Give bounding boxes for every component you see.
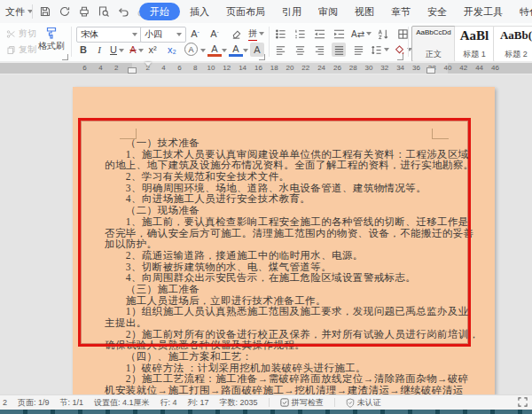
ruler-number: 8 bbox=[189, 64, 201, 73]
doc-line: 2）施工工艺流程：施工准备→需破碎路面放线定位→清除路面杂物→破碎 bbox=[105, 373, 477, 385]
file-menu-label: 文件 bbox=[5, 5, 25, 19]
left-indent-marker[interactable] bbox=[128, 67, 137, 74]
pinyin-guide-button[interactable]: 拼 bbox=[248, 27, 264, 41]
style-normal[interactable]: AaBbCcDd 正文 bbox=[411, 26, 456, 62]
status-item: 字数: 2035 bbox=[220, 397, 258, 409]
undo-icon[interactable] bbox=[115, 4, 131, 20]
increase-indent-button[interactable] bbox=[332, 27, 346, 41]
scissors-icon bbox=[6, 29, 16, 39]
bold-glyph: B bbox=[80, 44, 87, 55]
doc-line: 机安装就位→施工打围→路面破碎施工→挖机清理→建渣清运→继续破碎清运 bbox=[105, 385, 477, 394]
ruler-number: 16 bbox=[252, 64, 264, 73]
bold-button[interactable]: B bbox=[76, 43, 90, 57]
tab-page-layout[interactable]: 页面布局 bbox=[219, 3, 272, 20]
shrink-font-glyph: A bbox=[210, 28, 216, 39]
distribute-button[interactable] bbox=[351, 43, 365, 57]
right-indent-marker[interactable] bbox=[426, 67, 435, 74]
superscript-glyph: x² bbox=[148, 44, 156, 55]
tab-view[interactable]: 视图 bbox=[348, 3, 381, 20]
tab-section[interactable]: 章节 bbox=[384, 3, 418, 20]
ribbon-tab-bar: 文件 bbox=[0, 0, 532, 24]
font-family-select[interactable]: 宋体 bbox=[76, 27, 142, 43]
sort-button[interactable] bbox=[376, 27, 390, 41]
font-dialog-launcher-icon[interactable] bbox=[259, 54, 265, 60]
grow-font-button[interactable]: Aˆ bbox=[188, 27, 202, 41]
clipboard-dialog-launcher-icon[interactable] bbox=[62, 54, 68, 60]
tab-references[interactable]: 引用 bbox=[275, 3, 309, 20]
document-page[interactable]: （一）技术准备 1、施工技术人员要认真审阅建设单单位供的工程有关资料：工程涉及区… bbox=[73, 87, 495, 394]
tab-strip: 开始插入页面布局引用审阅视图章节安全开发工具特色应用 bbox=[139, 2, 532, 21]
style-label: 标题 2 bbox=[505, 49, 528, 60]
save-icon[interactable] bbox=[37, 4, 53, 20]
status-bar: 2 页面: 1/9节: 1/1设置值: 4.1厘米行: 4列: 17字数: 20… bbox=[0, 394, 532, 410]
format-painter-button[interactable]: 格式刷 bbox=[34, 26, 69, 52]
status-item: 行: 4 bbox=[160, 397, 177, 409]
superscript-button[interactable]: x² bbox=[145, 43, 160, 57]
align-left-button[interactable] bbox=[273, 43, 287, 57]
certification-label: 未认证 bbox=[357, 397, 381, 409]
tab-home[interactable]: 开始 bbox=[139, 3, 180, 20]
style-label: 标题 1 bbox=[463, 49, 486, 60]
subscript-button[interactable]: x₂ bbox=[165, 43, 179, 57]
spellcheck-button[interactable]: 拼写检查 bbox=[280, 397, 324, 409]
red-annotation-rectangle[interactable] bbox=[78, 118, 471, 347]
style-heading2[interactable]: AaBb( 标题 2 bbox=[493, 26, 532, 62]
copy-icon bbox=[6, 45, 16, 55]
align-right-button[interactable] bbox=[312, 43, 326, 57]
ruler-number: 24 bbox=[316, 64, 328, 73]
chevron-down-icon[interactable] bbox=[200, 49, 206, 52]
eraser-icon bbox=[231, 28, 242, 40]
status-item: 列: 17 bbox=[188, 397, 209, 409]
decrease-indent-button[interactable] bbox=[312, 27, 326, 41]
chevron-down-icon bbox=[259, 32, 264, 35]
chevron-down-icon[interactable] bbox=[222, 49, 227, 52]
tab-insert[interactable]: 插入 bbox=[183, 3, 216, 20]
font-family-value: 宋体 bbox=[81, 28, 98, 41]
chevron-down-icon bbox=[132, 33, 137, 36]
chevron-down-icon[interactable] bbox=[138, 49, 144, 52]
horizontal-ruler[interactable]: 6422468101214161820222426283032343638404… bbox=[0, 61, 532, 74]
font-color-button[interactable]: A bbox=[229, 43, 243, 57]
chevron-down-icon[interactable] bbox=[243, 49, 248, 52]
font-size-select[interactable]: 小四 bbox=[140, 27, 186, 43]
ruler-number: 46 bbox=[489, 64, 501, 73]
ruler-number: 2 bbox=[110, 64, 122, 73]
print-icon[interactable] bbox=[76, 4, 92, 20]
spellcheck-label: 拼写检查 bbox=[292, 397, 324, 409]
text-effects-button[interactable]: A bbox=[184, 43, 198, 56]
style-label: 正文 bbox=[426, 49, 442, 60]
cut-button[interactable]: 剪切 bbox=[6, 27, 36, 40]
text-direction-button[interactable]: A⇄ bbox=[351, 27, 372, 41]
ruler-number: 36 bbox=[410, 64, 422, 73]
numbered-list-icon bbox=[294, 28, 306, 40]
align-right-icon bbox=[314, 44, 325, 56]
style-heading1[interactable]: AaBl 标题 1 bbox=[454, 26, 495, 62]
first-line-indent-marker[interactable] bbox=[145, 62, 152, 66]
fullscreen-icon[interactable] bbox=[518, 397, 528, 407]
tab-special-features[interactable]: 特色应用 bbox=[512, 3, 532, 20]
status-item: 设置值: 4.1厘米 bbox=[94, 397, 150, 409]
justify-button[interactable] bbox=[332, 43, 346, 57]
chevron-down-icon[interactable] bbox=[119, 49, 124, 52]
highlight-color-button[interactable]: A bbox=[207, 43, 222, 57]
line-spacing-button[interactable] bbox=[371, 43, 389, 57]
certification-status[interactable]: 未认证 bbox=[346, 397, 381, 409]
align-center-button[interactable] bbox=[293, 43, 307, 57]
status-fragment: 2 bbox=[3, 398, 7, 407]
copy-button[interactable]: 复制 bbox=[6, 43, 36, 56]
shrink-font-button[interactable]: Aˇ bbox=[207, 27, 222, 41]
tab-security[interactable]: 安全 bbox=[420, 3, 454, 20]
tab-review[interactable]: 审阅 bbox=[311, 3, 345, 20]
doc-line: （四）、施工方案和工艺： bbox=[105, 351, 477, 363]
spellcheck-icon bbox=[280, 398, 289, 407]
italic-button[interactable]: I bbox=[92, 43, 106, 57]
ruler-number: 28 bbox=[347, 64, 359, 73]
document-workspace[interactable]: （一）技术准备 1、施工技术人员要认真审阅建设单单位供的工程有关资料：工程涉及区… bbox=[0, 74, 532, 394]
clear-format-button[interactable] bbox=[229, 27, 243, 41]
bullet-list-button[interactable] bbox=[273, 27, 287, 41]
numbered-list-button[interactable] bbox=[293, 27, 307, 41]
paragraph-dialog-launcher-icon[interactable] bbox=[397, 54, 403, 60]
print-preview-icon[interactable] bbox=[96, 4, 112, 20]
export-pdf-icon[interactable] bbox=[57, 4, 73, 20]
tab-dev-tools[interactable]: 开发工具 bbox=[457, 3, 510, 20]
